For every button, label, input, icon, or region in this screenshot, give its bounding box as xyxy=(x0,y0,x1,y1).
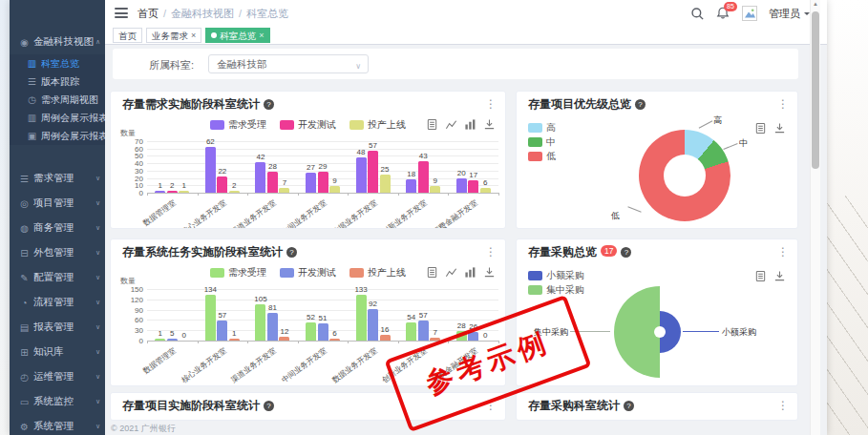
x-axis-tick xyxy=(298,341,299,343)
sidebar-item[interactable]: ◍商务管理∨ xyxy=(10,216,105,240)
bar[interactable] xyxy=(356,157,367,193)
legend-item[interactable]: 需求受理 xyxy=(210,118,266,132)
help-icon[interactable]: ? xyxy=(264,401,274,411)
legend-item[interactable]: 高 xyxy=(528,120,556,135)
bar[interactable] xyxy=(456,178,467,193)
download-icon[interactable] xyxy=(483,266,496,279)
bar[interactable] xyxy=(380,175,391,193)
legend-item[interactable]: 低 xyxy=(528,149,556,163)
bar[interactable] xyxy=(229,191,240,193)
legend-item[interactable]: 需求受理 xyxy=(210,266,266,280)
data-view-icon[interactable] xyxy=(426,266,438,279)
download-icon[interactable] xyxy=(483,118,496,131)
bar[interactable] xyxy=(179,191,189,193)
sidebar-item[interactable]: ◷需求周期视图 xyxy=(10,91,105,109)
notifications-bell-icon[interactable]: 85 xyxy=(716,6,730,21)
search-icon[interactable] xyxy=(690,7,705,21)
bar[interactable] xyxy=(406,179,416,193)
sidebar-item[interactable]: ▭系统监控∨ xyxy=(10,389,105,414)
hamburger-menu-icon[interactable] xyxy=(115,8,128,19)
scrollbar-thumb[interactable] xyxy=(812,11,819,169)
sidebar-item[interactable]: ☰需求管理∨ xyxy=(10,166,105,191)
sidebar-item-label: 配置管理 xyxy=(33,271,105,284)
legend-item[interactable]: 中 xyxy=(528,135,556,149)
chart-plot[interactable]: 0306090120150数量150数据管理室134571核心业务开发室1058… xyxy=(147,289,498,341)
kebab-menu-icon[interactable]: ⋮ xyxy=(777,393,789,418)
bar[interactable] xyxy=(380,335,391,341)
chart-plot[interactable]: 010203040506070数量121数据管理室62222核心业务开发室422… xyxy=(147,141,498,193)
legend-item[interactable]: 投产上线 xyxy=(349,266,406,280)
sidebar-item[interactable]: ◎项目管理∨ xyxy=(10,191,105,216)
line-chart-icon[interactable] xyxy=(445,118,457,131)
sidebar-item-label: 需求管理 xyxy=(33,172,105,185)
kebab-menu-icon[interactable]: ⋮ xyxy=(485,92,497,116)
kebab-menu-icon[interactable]: ⋮ xyxy=(485,239,497,264)
sidebar-item[interactable]: ◔流程管理∨ xyxy=(10,290,105,315)
close-tab-icon[interactable]: × xyxy=(191,30,196,42)
avatar[interactable] xyxy=(742,6,757,21)
header-actions: 85 管理员 xyxy=(690,0,810,27)
bar[interactable] xyxy=(406,322,416,341)
x-axis-tick xyxy=(398,193,399,196)
sidebar-item[interactable]: ◴运维管理∨ xyxy=(10,364,105,389)
bar-chart-icon[interactable] xyxy=(464,266,476,279)
bar[interactable] xyxy=(329,339,340,341)
sidebar-item[interactable]: ✎配置管理∨ xyxy=(10,265,105,290)
bar-chart-icon[interactable] xyxy=(464,118,476,131)
tab[interactable]: 业务需求× xyxy=(146,28,201,43)
sidebar-item[interactable]: ▥科室总览 xyxy=(10,54,105,72)
download-icon[interactable] xyxy=(773,122,786,135)
legend-item[interactable]: 集中采购 xyxy=(528,282,584,297)
bar[interactable] xyxy=(155,339,165,341)
data-view-icon[interactable] xyxy=(754,122,767,135)
tab[interactable]: 科室总览× xyxy=(205,28,269,43)
bar[interactable] xyxy=(167,191,178,193)
breadcrumb-separator: / xyxy=(163,8,166,19)
bar[interactable] xyxy=(279,188,289,193)
sidebar-submenu: ▥科室总览☰版本跟踪◷需求周期视图▥周例会展示报表-项目▣周例会展示报表-采购 xyxy=(10,54,105,145)
close-tab-icon[interactable]: × xyxy=(259,30,264,42)
sidebar-item[interactable]: ▥周例会展示报表-项目 xyxy=(10,109,105,127)
breadcrumb-item[interactable]: 首页 xyxy=(138,7,159,21)
data-view-icon[interactable] xyxy=(754,270,767,282)
line-chart-icon[interactable] xyxy=(445,266,457,279)
bar[interactable] xyxy=(306,322,316,341)
x-axis-tick xyxy=(247,341,248,343)
help-icon[interactable]: ? xyxy=(624,401,634,411)
bar[interactable] xyxy=(329,186,340,193)
help-icon[interactable]: ? xyxy=(286,247,297,258)
bar[interactable] xyxy=(229,339,240,341)
help-icon[interactable]: ? xyxy=(621,247,631,258)
bar[interactable] xyxy=(306,173,316,193)
legend-item[interactable]: 开发测试 xyxy=(280,266,336,280)
donut-chart[interactable] xyxy=(639,130,730,221)
help-icon[interactable]: ? xyxy=(264,99,274,110)
download-icon[interactable] xyxy=(773,270,786,282)
bar[interactable] xyxy=(279,337,289,341)
legend-item[interactable]: 开发测试 xyxy=(280,118,336,132)
y-tick-label: 70 xyxy=(116,137,143,146)
scrollbar[interactable]: ▲ xyxy=(810,0,820,435)
x-category-label: 创新业务开发室 xyxy=(377,197,430,229)
kebab-menu-icon[interactable]: ⋮ xyxy=(777,239,789,264)
legend-item[interactable]: 小额采购 xyxy=(528,268,584,282)
sidebar-item[interactable]: ◉金融科技视图∧ xyxy=(10,30,105,54)
scroll-up-icon[interactable]: ▲ xyxy=(811,1,820,7)
sidebar-item[interactable]: ☰版本跟踪 xyxy=(10,72,105,91)
kebab-menu-icon[interactable]: ⋮ xyxy=(777,92,789,116)
bar[interactable] xyxy=(155,191,165,193)
legend-label: 低 xyxy=(546,150,556,163)
user-menu[interactable]: 管理员 xyxy=(769,7,810,21)
sidebar-item[interactable]: ▤报表管理∨ xyxy=(10,315,105,340)
help-icon[interactable]: ? xyxy=(635,99,646,110)
sidebar-item[interactable]: ⚙系统管理∨ xyxy=(10,414,105,435)
sidebar-item[interactable]: ⊟外包管理∨ xyxy=(10,240,105,265)
tab[interactable]: 首页 xyxy=(113,28,142,43)
legend-item[interactable]: 投产上线 xyxy=(349,118,406,132)
bar[interactable] xyxy=(430,186,440,193)
sidebar-item[interactable]: ▣周例会展示报表-采购 xyxy=(10,127,105,145)
sidebar-item[interactable]: ⊞知识库∨ xyxy=(10,340,105,364)
data-view-icon[interactable] xyxy=(426,118,438,131)
bar[interactable] xyxy=(480,188,491,193)
department-select[interactable]: 金融科技部 ∨ xyxy=(208,54,369,73)
